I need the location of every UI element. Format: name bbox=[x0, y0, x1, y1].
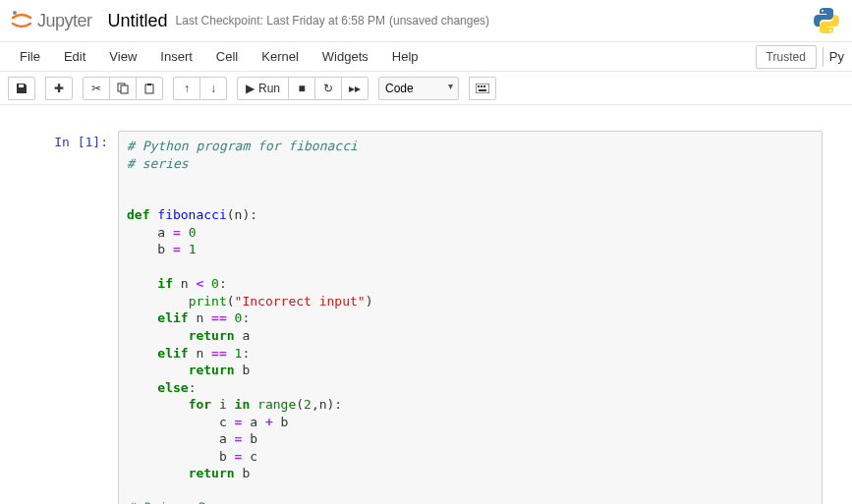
move-up-button[interactable]: ↑ bbox=[173, 77, 200, 100]
trusted-indicator[interactable]: Trusted bbox=[756, 45, 817, 69]
cell-type-select[interactable]: Code bbox=[378, 77, 459, 100]
jupyter-logo[interactable]: Jupyter bbox=[10, 9, 92, 32]
interrupt-button[interactable]: ■ bbox=[288, 77, 315, 100]
menu-widgets[interactable]: Widgets bbox=[311, 43, 380, 70]
save-icon bbox=[16, 83, 28, 94]
svg-rect-5 bbox=[476, 84, 489, 93]
menu-view[interactable]: View bbox=[97, 43, 148, 70]
svg-rect-6 bbox=[478, 85, 480, 87]
python-icon bbox=[811, 5, 842, 36]
svg-rect-9 bbox=[479, 89, 486, 91]
logo-text: Jupyter bbox=[37, 11, 92, 31]
menu-help[interactable]: Help bbox=[380, 43, 430, 70]
code-cell[interactable]: In [1]: # Python program for fibonacci #… bbox=[0, 121, 852, 504]
kernel-name: Py bbox=[829, 49, 844, 64]
header: Jupyter Untitled Last Checkpoint: Last F… bbox=[0, 0, 852, 42]
copy-icon bbox=[117, 83, 129, 94]
run-icon: ▶ bbox=[246, 82, 255, 95]
divider bbox=[823, 47, 824, 67]
checkpoint-text: Last Checkpoint: Last Friday at 6:58 PM bbox=[176, 14, 385, 28]
svg-point-0 bbox=[13, 11, 17, 15]
svg-rect-2 bbox=[121, 85, 128, 93]
plus-icon: ✚ bbox=[54, 82, 64, 95]
menu-kernel[interactable]: Kernel bbox=[250, 43, 311, 70]
code-input[interactable]: # Python program for fibonacci # series … bbox=[118, 131, 823, 504]
cell-prompt: In [1]: bbox=[29, 131, 118, 504]
restart-icon: ↻ bbox=[323, 82, 333, 95]
fast-forward-icon: ▸▸ bbox=[349, 82, 361, 95]
keyboard-icon bbox=[476, 84, 489, 93]
svg-rect-7 bbox=[481, 85, 483, 87]
unsaved-text: (unsaved changes) bbox=[389, 14, 489, 28]
run-button[interactable]: ▶Run bbox=[237, 77, 289, 100]
jupyter-icon bbox=[10, 9, 33, 32]
cut-icon: ✂ bbox=[91, 82, 101, 95]
svg-rect-4 bbox=[147, 84, 151, 85]
notebook-title[interactable]: Untitled bbox=[108, 11, 168, 31]
move-down-button[interactable]: ↓ bbox=[199, 77, 227, 100]
toolbar: ✚ ✂ ↑ ↓ ▶Run ■ ↻ ▸▸ Code bbox=[0, 72, 852, 105]
copy-button[interactable] bbox=[109, 77, 137, 100]
paste-button[interactable] bbox=[136, 77, 163, 100]
paste-icon bbox=[143, 83, 155, 94]
svg-rect-3 bbox=[145, 84, 153, 93]
arrow-down-icon: ↓ bbox=[210, 82, 216, 95]
arrow-up-icon: ↑ bbox=[184, 82, 190, 95]
menu-insert[interactable]: Insert bbox=[148, 43, 204, 70]
menubar: File Edit View Insert Cell Kernel Widget… bbox=[0, 42, 852, 72]
stop-icon: ■ bbox=[298, 82, 305, 95]
run-label: Run bbox=[258, 82, 280, 95]
menu-file[interactable]: File bbox=[8, 43, 52, 70]
menu-cell[interactable]: Cell bbox=[204, 43, 250, 70]
notebook-area: In [1]: # Python program for fibonacci #… bbox=[0, 105, 852, 504]
add-cell-button[interactable]: ✚ bbox=[45, 77, 73, 100]
svg-rect-8 bbox=[483, 85, 485, 87]
cut-button[interactable]: ✂ bbox=[83, 77, 110, 100]
command-palette-button[interactable] bbox=[469, 77, 496, 100]
restart-run-all-button[interactable]: ▸▸ bbox=[341, 77, 369, 100]
restart-button[interactable]: ↻ bbox=[314, 77, 342, 100]
menu-edit[interactable]: Edit bbox=[52, 43, 97, 70]
save-button[interactable] bbox=[8, 77, 35, 100]
